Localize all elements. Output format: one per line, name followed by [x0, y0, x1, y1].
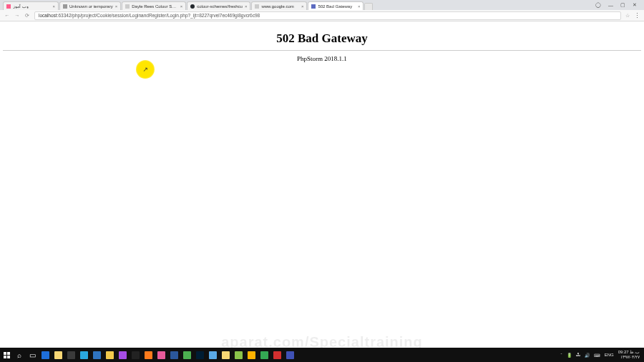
url-input[interactable]: localhost:63342/php/project/Cookie/sessi… — [34, 11, 621, 20]
tray-clock[interactable]: 09:27 ب.ظ ۱۳۹۷/۰۳/۲۷ — [618, 350, 640, 360]
windows-logo-icon — [4, 352, 10, 358]
tab-label: Unknown or temporary — [69, 4, 113, 9]
chrome2-icon[interactable] — [258, 348, 270, 362]
github-icon — [190, 4, 195, 9]
url-host: localhost — [39, 13, 57, 18]
favicon-icon — [6, 4, 11, 9]
close-icon[interactable]: × — [301, 4, 304, 9]
close-icon[interactable]: × — [52, 4, 55, 9]
tab-label: وب آموز — [13, 4, 50, 9]
cursor-highlight-icon — [136, 60, 155, 79]
favicon-icon — [125, 4, 130, 9]
url-path: :63342/php/project/Cookie/session/Logina… — [57, 13, 260, 18]
tray-lang[interactable]: ENG — [605, 353, 614, 357]
terminal-icon[interactable] — [129, 348, 142, 362]
search-icon[interactable]: ⌕ — [13, 348, 26, 362]
app5-icon[interactable] — [270, 348, 283, 362]
windows-taskbar: ⌕▭ ˄ 🔋 🖧 🔊 ⌨ ENG 09:27 ب.ظ ۱۳۹۷/۰۳/۲۷ — [0, 348, 644, 362]
store-icon[interactable] — [64, 348, 77, 362]
tab-4[interactable]: www.google.com × — [251, 1, 307, 10]
tab-3[interactable]: colour-schemes/freshcu × — [187, 1, 250, 10]
tray-keyboard-icon[interactable]: ⌨ — [594, 353, 600, 358]
app4-icon[interactable] — [245, 348, 258, 362]
page-content: 502 Bad Gateway PhpStorm 2018.1.1 — [0, 21, 644, 346]
app3-icon[interactable] — [232, 348, 245, 362]
folder-icon[interactable] — [219, 348, 232, 362]
close-icon[interactable]: × — [358, 4, 361, 9]
vscode-icon[interactable] — [90, 348, 103, 362]
maximize-button[interactable]: ▢ — [620, 2, 625, 8]
ps-icon[interactable] — [193, 348, 206, 362]
back-button[interactable]: ← — [4, 13, 10, 19]
tab-label: Dayle Rees Colour Sche — [132, 4, 177, 9]
ie-icon[interactable] — [77, 348, 90, 362]
browser-menu-icon[interactable]: ⋮ — [634, 12, 640, 19]
phpstorm-icon[interactable] — [116, 348, 129, 362]
tray-chevron-icon[interactable]: ˄ — [560, 353, 562, 358]
horizontal-rule — [3, 50, 641, 51]
browser-tabstrip: وب آموز × Unknown or temporary × Dayle R… — [0, 0, 644, 10]
tab-label: 502 Bad Gateway — [318, 4, 355, 9]
tab-5[interactable]: 502 Bad Gateway × — [308, 1, 364, 10]
tray-battery-icon[interactable]: 🔋 — [567, 353, 572, 358]
close-icon[interactable]: × — [115, 4, 118, 9]
favicon-icon — [255, 4, 259, 9]
tab-2[interactable]: Dayle Rees Colour Sche × — [122, 1, 186, 10]
error-title: 502 Bad Gateway — [0, 31, 644, 46]
tray-volume-icon[interactable]: 🔊 — [585, 353, 590, 358]
wamp-icon[interactable] — [155, 348, 167, 362]
user-icon[interactable]: ◯ — [595, 2, 601, 8]
explorer-icon[interactable] — [52, 348, 64, 362]
xampp-icon[interactable] — [142, 348, 155, 362]
tray-network-icon[interactable]: 🖧 — [576, 353, 580, 357]
server-line: PhpStorm 2018.1.1 — [0, 55, 644, 62]
close-window-button[interactable]: ✕ — [633, 2, 637, 8]
taskview-icon[interactable]: ▭ — [26, 348, 39, 362]
tab-label: www.google.com — [261, 4, 298, 9]
minimize-button[interactable]: — — [608, 3, 613, 8]
forward-button[interactable]: → — [14, 13, 20, 19]
favicon-icon — [63, 4, 67, 9]
clock-time: 09:27 ب.ظ — [618, 350, 640, 355]
system-tray: ˄ 🔋 🖧 🔊 ⌨ ENG 09:27 ب.ظ ۱۳۹۷/۰۳/۲۷ — [556, 350, 644, 360]
close-icon[interactable]: × — [245, 4, 248, 9]
tab-label: colour-schemes/freshcu — [197, 4, 243, 9]
tab-1[interactable]: Unknown or temporary × — [59, 1, 121, 10]
phpstorm-icon — [311, 4, 316, 9]
new-tab-button[interactable] — [364, 3, 373, 10]
app2-icon[interactable] — [206, 348, 219, 362]
app6-icon[interactable] — [283, 348, 296, 362]
reload-button[interactable]: ⟳ — [24, 13, 30, 19]
word-icon[interactable] — [167, 348, 180, 362]
bookmark-star-icon[interactable]: ☆ — [625, 13, 630, 19]
chrome-icon[interactable] — [103, 348, 116, 362]
clock-date: ۱۳۹۷/۰۳/۲۷ — [618, 355, 640, 360]
tab-0[interactable]: وب آموز × — [3, 1, 59, 10]
window-controls: ◯ — ▢ ✕ — [588, 0, 644, 10]
start-button[interactable] — [0, 348, 13, 362]
app1-icon[interactable] — [180, 348, 193, 362]
close-icon[interactable]: × — [180, 4, 183, 9]
address-bar-row: ← → ⟳ localhost:63342/php/project/Cookie… — [0, 10, 644, 21]
edge-icon[interactable] — [39, 348, 52, 362]
